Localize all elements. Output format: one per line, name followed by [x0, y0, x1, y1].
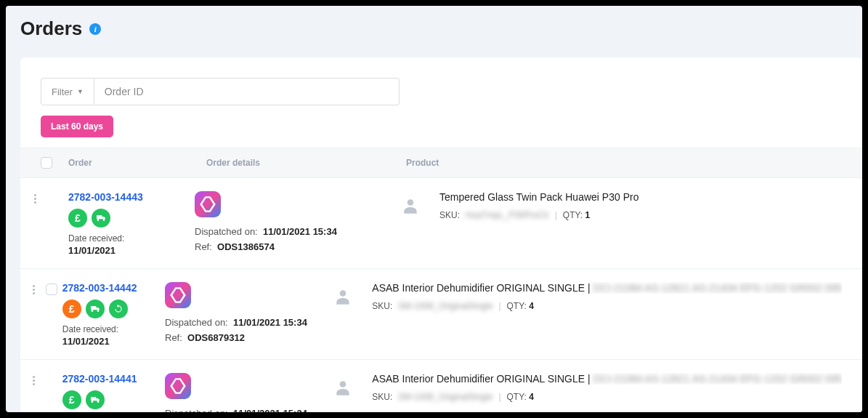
marketplace-icon	[165, 282, 191, 308]
row-actions-menu[interactable]	[29, 282, 38, 347]
dispatched-on: Dispatched on: 11/01/2021 15:34	[165, 317, 327, 328]
dispatched-on: Dispatched on: 11/01/2021 15:34	[165, 408, 327, 412]
status-badges: £	[62, 390, 165, 409]
table-row: 2782-003-14442£Date received:11/01/2021D…	[20, 269, 862, 360]
product-thumbnail	[394, 191, 426, 223]
product-title: ASAB Interior Dehumidifier ORIGINAL SING…	[372, 373, 842, 385]
date-received-label: Date received:	[68, 233, 195, 244]
date-received-value: 11/01/2021	[68, 245, 195, 256]
status-badges: £	[62, 300, 165, 318]
order-link[interactable]: 2782-003-14442	[62, 282, 165, 294]
row-actions-menu[interactable]	[29, 191, 41, 257]
pound-icon: £	[62, 390, 81, 409]
info-icon[interactable]: i	[89, 23, 101, 35]
product-title: ASAB Interior Dehumidifier ORIGINAL SING…	[372, 282, 842, 294]
product-thumbnail	[327, 282, 359, 314]
orders-card: Filter ▼ Last 60 days Order Order detail…	[20, 57, 862, 412]
filter-label: Filter	[52, 87, 73, 97]
marketplace-icon	[195, 191, 221, 217]
column-product: Product	[406, 158, 842, 168]
page-title: Orders	[20, 17, 82, 40]
table-header: Order Order details Product	[20, 148, 862, 178]
row-actions-menu[interactable]	[29, 373, 38, 412]
status-badges: £	[68, 209, 195, 228]
page-header: Orders i	[6, 6, 862, 47]
product-meta: SKU: HuaTmpL_P30ProClr | QTY: 1	[439, 210, 842, 220]
order-ref: Ref: ODS6879312	[165, 332, 327, 343]
product-meta: SKU: SM-1008_OriginalSingle | QTY: 4	[372, 392, 842, 402]
date-received-label: Date received:	[62, 324, 165, 334]
column-order: Order	[68, 158, 206, 168]
select-all-checkbox[interactable]	[41, 157, 52, 169]
table-row: 2782-003-14443£Date received:11/01/2021D…	[20, 178, 862, 269]
dispatched-on: Dispatched on: 11/01/2021 15:34	[195, 226, 394, 237]
product-meta: SKU: SM-1008_OriginalSingle | QTY: 4	[372, 301, 842, 311]
filter-dropdown[interactable]: Filter ▼	[41, 78, 94, 105]
column-details: Order details	[206, 158, 406, 168]
product-title: Tempered Glass Twin Pack Huawei P30 Pro	[439, 191, 842, 203]
filter-bar: Filter ▼ Last 60 days	[20, 57, 862, 148]
order-id-search-input[interactable]	[94, 78, 399, 105]
pound-icon: £	[68, 209, 87, 228]
truck-icon	[92, 209, 110, 228]
product-thumbnail	[327, 373, 359, 405]
date-range-chip[interactable]: Last 60 days	[41, 116, 113, 137]
row-checkbox[interactable]	[46, 284, 57, 295]
marketplace-icon	[165, 373, 191, 399]
refresh-icon	[109, 300, 128, 318]
truck-icon	[86, 390, 105, 409]
chevron-down-icon: ▼	[77, 88, 84, 95]
order-link[interactable]: 2782-003-14441	[62, 373, 165, 385]
date-received-value: 11/01/2021	[62, 336, 165, 347]
order-link[interactable]: 2782-003-14443	[68, 191, 195, 203]
order-ref: Ref: ODS1386574	[195, 241, 394, 252]
truck-icon	[86, 300, 105, 318]
table-row: 2782-003-14441£Dispatched on: 11/01/2021…	[20, 360, 862, 412]
pound-icon: £	[62, 300, 81, 318]
